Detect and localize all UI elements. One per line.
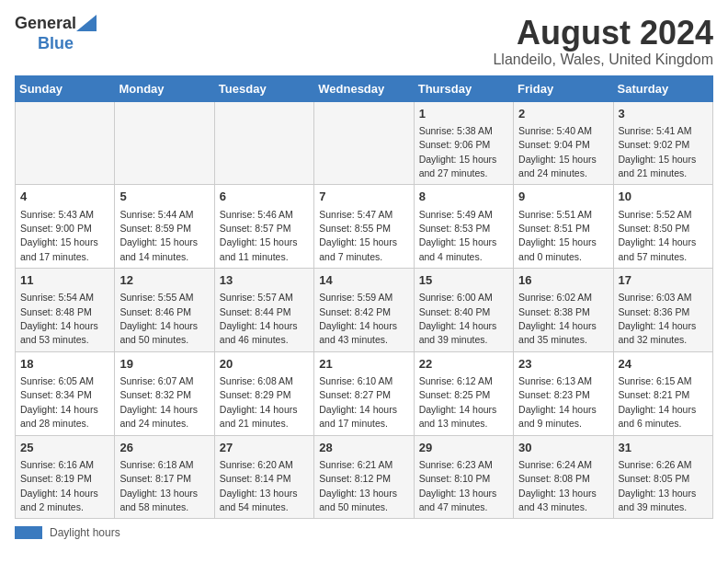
day-info: Sunrise: 6:02 AM Sunset: 8:38 PM Dayligh… xyxy=(518,292,597,345)
day-number: 12 xyxy=(119,272,209,289)
day-number: 10 xyxy=(619,189,708,205)
week-row-5: 25Sunrise: 6:16 AM Sunset: 8:19 PM Dayli… xyxy=(16,435,713,519)
day-number: 14 xyxy=(319,272,408,289)
day-info: Sunrise: 6:03 AM Sunset: 8:36 PM Dayligh… xyxy=(619,292,697,345)
day-info: Sunrise: 6:15 AM Sunset: 8:21 PM Dayligh… xyxy=(619,375,697,429)
calendar-cell: 21Sunrise: 6:10 AM Sunset: 8:27 PM Dayli… xyxy=(314,351,414,435)
day-number: 9 xyxy=(518,189,608,205)
calendar-cell: 19Sunrise: 6:07 AM Sunset: 8:32 PM Dayli… xyxy=(115,351,214,435)
calendar-cell: 4Sunrise: 5:43 AM Sunset: 9:00 PM Daylig… xyxy=(16,185,115,269)
calendar-cell: 1Sunrise: 5:38 AM Sunset: 9:06 PM Daylig… xyxy=(414,101,513,185)
calendar-cell: 25Sunrise: 6:16 AM Sunset: 8:19 PM Dayli… xyxy=(16,435,115,519)
calendar-cell: 22Sunrise: 6:12 AM Sunset: 8:25 PM Dayli… xyxy=(414,351,513,435)
day-number: 7 xyxy=(319,189,408,205)
calendar-cell: 24Sunrise: 6:15 AM Sunset: 8:21 PM Dayli… xyxy=(613,351,712,435)
legend-box xyxy=(15,526,42,539)
calendar-cell: 15Sunrise: 6:00 AM Sunset: 8:40 PM Dayli… xyxy=(414,269,513,352)
day-number: 11 xyxy=(20,272,109,289)
legend-label: Daylight hours xyxy=(50,526,120,539)
header: GeneralBlue August 2024 Llandeilo, Wales… xyxy=(15,15,713,68)
main-title: August 2024 xyxy=(493,15,713,52)
calendar-cell: 23Sunrise: 6:13 AM Sunset: 8:23 PM Dayli… xyxy=(514,351,613,435)
calendar-cell: 26Sunrise: 6:18 AM Sunset: 8:17 PM Dayli… xyxy=(115,435,214,519)
day-number: 22 xyxy=(419,356,508,373)
day-info: Sunrise: 5:51 AM Sunset: 8:51 PM Dayligh… xyxy=(518,209,597,262)
calendar-cell: 8Sunrise: 5:49 AM Sunset: 8:53 PM Daylig… xyxy=(414,185,513,269)
day-number: 2 xyxy=(518,106,608,122)
day-info: Sunrise: 5:55 AM Sunset: 8:46 PM Dayligh… xyxy=(119,292,198,345)
day-info: Sunrise: 5:54 AM Sunset: 8:48 PM Dayligh… xyxy=(20,292,98,345)
day-info: Sunrise: 5:52 AM Sunset: 8:50 PM Dayligh… xyxy=(619,209,697,262)
legend: Daylight hours xyxy=(15,526,713,539)
calendar-cell: 16Sunrise: 6:02 AM Sunset: 8:38 PM Dayli… xyxy=(514,269,613,352)
calendar-cell: 12Sunrise: 5:55 AM Sunset: 8:46 PM Dayli… xyxy=(115,269,214,352)
calendar-cell: 7Sunrise: 5:47 AM Sunset: 8:55 PM Daylig… xyxy=(314,185,414,269)
day-number: 28 xyxy=(319,440,408,456)
calendar-cell: 28Sunrise: 6:21 AM Sunset: 8:12 PM Dayli… xyxy=(314,435,414,519)
day-info: Sunrise: 6:05 AM Sunset: 8:34 PM Dayligh… xyxy=(20,375,98,429)
day-number: 15 xyxy=(419,272,508,289)
day-number: 24 xyxy=(619,356,708,373)
day-info: Sunrise: 6:23 AM Sunset: 8:10 PM Dayligh… xyxy=(419,459,497,512)
day-info: Sunrise: 5:57 AM Sunset: 8:44 PM Dayligh… xyxy=(220,292,298,345)
day-number: 16 xyxy=(518,272,608,289)
day-header-saturday: Saturday xyxy=(613,75,712,101)
day-info: Sunrise: 6:12 AM Sunset: 8:25 PM Dayligh… xyxy=(419,375,497,429)
day-number: 26 xyxy=(119,440,209,456)
day-info: Sunrise: 6:07 AM Sunset: 8:32 PM Dayligh… xyxy=(119,375,198,429)
calendar-cell: 11Sunrise: 5:54 AM Sunset: 8:48 PM Dayli… xyxy=(16,269,115,352)
logo: GeneralBlue xyxy=(15,15,97,52)
day-info: Sunrise: 6:20 AM Sunset: 8:14 PM Dayligh… xyxy=(220,459,298,512)
week-row-2: 4Sunrise: 5:43 AM Sunset: 9:00 PM Daylig… xyxy=(16,185,713,269)
svg-marker-0 xyxy=(76,15,97,31)
day-info: Sunrise: 5:40 AM Sunset: 9:04 PM Dayligh… xyxy=(518,125,597,178)
day-number: 1 xyxy=(419,106,508,122)
day-info: Sunrise: 6:13 AM Sunset: 8:23 PM Dayligh… xyxy=(518,375,597,429)
day-info: Sunrise: 6:00 AM Sunset: 8:40 PM Dayligh… xyxy=(419,292,497,345)
day-number: 13 xyxy=(220,272,309,289)
day-number: 4 xyxy=(20,189,109,205)
day-header-wednesday: Wednesday xyxy=(314,75,414,101)
day-number: 29 xyxy=(419,440,508,456)
logo-general: General xyxy=(15,15,76,31)
calendar-cell xyxy=(115,101,214,185)
calendar-cell: 30Sunrise: 6:24 AM Sunset: 8:08 PM Dayli… xyxy=(514,435,613,519)
week-row-1: 1Sunrise: 5:38 AM Sunset: 9:06 PM Daylig… xyxy=(16,101,713,185)
day-info: Sunrise: 5:47 AM Sunset: 8:55 PM Dayligh… xyxy=(319,209,397,262)
calendar-cell: 27Sunrise: 6:20 AM Sunset: 8:14 PM Dayli… xyxy=(214,435,313,519)
day-number: 18 xyxy=(20,356,109,373)
day-number: 31 xyxy=(619,440,708,456)
day-info: Sunrise: 5:41 AM Sunset: 9:02 PM Dayligh… xyxy=(619,125,697,178)
calendar-cell: 20Sunrise: 6:08 AM Sunset: 8:29 PM Dayli… xyxy=(214,351,313,435)
subtitle: Llandeilo, Wales, United Kingdom xyxy=(493,52,713,68)
calendar-cell: 29Sunrise: 6:23 AM Sunset: 8:10 PM Dayli… xyxy=(414,435,513,519)
calendar-cell: 17Sunrise: 6:03 AM Sunset: 8:36 PM Dayli… xyxy=(613,269,712,352)
day-info: Sunrise: 6:16 AM Sunset: 8:19 PM Dayligh… xyxy=(20,459,98,512)
day-info: Sunrise: 5:43 AM Sunset: 9:00 PM Dayligh… xyxy=(20,209,98,262)
day-info: Sunrise: 6:18 AM Sunset: 8:17 PM Dayligh… xyxy=(119,459,198,512)
header-row: SundayMondayTuesdayWednesdayThursdayFrid… xyxy=(16,75,713,101)
calendar-cell xyxy=(314,101,414,185)
calendar-cell: 6Sunrise: 5:46 AM Sunset: 8:57 PM Daylig… xyxy=(214,185,313,269)
calendar-header: SundayMondayTuesdayWednesdayThursdayFrid… xyxy=(16,75,713,101)
day-number: 30 xyxy=(518,440,608,456)
day-info: Sunrise: 5:46 AM Sunset: 8:57 PM Dayligh… xyxy=(220,209,298,262)
day-number: 8 xyxy=(419,189,508,205)
calendar-body: 1Sunrise: 5:38 AM Sunset: 9:06 PM Daylig… xyxy=(16,101,713,519)
calendar-cell: 3Sunrise: 5:41 AM Sunset: 9:02 PM Daylig… xyxy=(613,101,712,185)
calendar-cell: 14Sunrise: 5:59 AM Sunset: 8:42 PM Dayli… xyxy=(314,269,414,352)
calendar-table: SundayMondayTuesdayWednesdayThursdayFrid… xyxy=(15,75,713,520)
day-info: Sunrise: 5:59 AM Sunset: 8:42 PM Dayligh… xyxy=(319,292,397,345)
day-number: 20 xyxy=(220,356,309,373)
calendar-cell: 9Sunrise: 5:51 AM Sunset: 8:51 PM Daylig… xyxy=(514,185,613,269)
logo-blue: Blue xyxy=(38,35,74,52)
day-number: 19 xyxy=(119,356,209,373)
day-number: 21 xyxy=(319,356,408,373)
day-number: 27 xyxy=(220,440,309,456)
day-header-thursday: Thursday xyxy=(414,75,513,101)
calendar-cell: 2Sunrise: 5:40 AM Sunset: 9:04 PM Daylig… xyxy=(514,101,613,185)
day-header-friday: Friday xyxy=(514,75,613,101)
calendar-cell xyxy=(16,101,115,185)
day-header-sunday: Sunday xyxy=(16,75,115,101)
day-info: Sunrise: 6:24 AM Sunset: 8:08 PM Dayligh… xyxy=(518,459,597,512)
